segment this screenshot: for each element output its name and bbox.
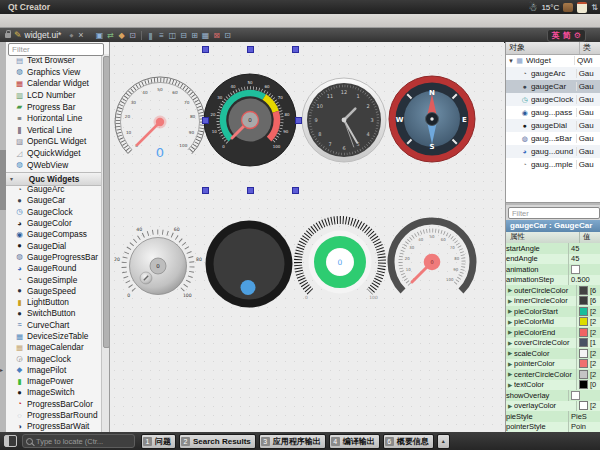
property-value-cell[interactable]: Poin <box>568 422 593 433</box>
sidebar-widget-item[interactable]: ◉ GaugeCompass <box>6 229 102 240</box>
property-value-cell[interactable]: 0.500 <box>568 275 593 286</box>
sidebar-widget-item[interactable]: ▦ Calendar Widget <box>6 78 102 90</box>
mode-strip-arrow-icon[interactable]: ▸ <box>0 366 3 373</box>
property-row[interactable]: ▶ startAngle 45 <box>506 243 600 254</box>
sidebar-widget-item[interactable]: ▦ ImageCalendar <box>6 342 102 353</box>
close-tab-icon[interactable]: × <box>78 30 83 40</box>
sidebar-widget-item[interactable]: ● SwitchButton <box>6 308 102 319</box>
output-pane-button[interactable]: 2 Search Results <box>179 434 256 449</box>
gauge-arc-widget[interactable]: 0102030405060708090100 0 <box>115 77 205 160</box>
inspector-row[interactable]: ▼ ◍ gaug...sBar Gau <box>506 132 600 145</box>
sidebar-widget-item[interactable]: ▰ Progress Bar <box>6 101 102 113</box>
property-row[interactable]: ▶ pointerColor [2 <box>506 359 600 370</box>
property-row[interactable]: ▶ outerCircleColor [6 <box>506 285 600 296</box>
sidebar-widget-item[interactable]: ● GaugeSpeed <box>6 285 102 296</box>
property-value-cell[interactable]: [2 <box>576 369 600 380</box>
selection-handle[interactable] <box>202 187 209 194</box>
gauge-progressbar-widget[interactable] <box>206 221 293 308</box>
property-row[interactable]: ▶ animationStep 0.500 <box>506 275 600 286</box>
property-value-cell[interactable]: [6 <box>576 296 600 307</box>
sidebar-widget-item[interactable]: ● GaugeDial <box>6 240 102 251</box>
sidebar-widget-item[interactable]: ▤ Text Browser <box>6 55 102 67</box>
sidebar-widget-item[interactable]: ||| Vertical Line <box>6 124 102 136</box>
sidebar-scrollbar-thumb[interactable] <box>103 56 110 348</box>
calendar-tray-icon[interactable] <box>577 2 587 13</box>
gauge-simple-widget[interactable]: 0102030405060708090100 0 <box>391 221 473 291</box>
sidebar-widget-item[interactable]: ● ImageSwitch <box>6 387 102 398</box>
property-row[interactable]: ▶ endAngle 45 <box>506 254 600 265</box>
sidebar-widget-item[interactable]: ▦ DeviceSizeTable <box>6 330 102 341</box>
selection-handle[interactable] <box>292 187 299 194</box>
property-row[interactable]: ▶ animation <box>506 264 600 275</box>
property-value-cell[interactable]: [2 <box>576 306 600 317</box>
inspector-row[interactable]: ▼ ● gaugeCar Gau <box>506 80 600 93</box>
sidebar-widget-item[interactable]: ≡ Horizontal Line <box>6 112 102 124</box>
property-row[interactable]: ▶ pieColorEnd [2 <box>506 327 600 338</box>
sidebar-widget-item[interactable]: ◕ GaugeRound <box>6 263 102 274</box>
edit-taborder-icon[interactable]: ⊡ <box>128 31 137 40</box>
property-row[interactable]: ▶ pointerStyle Poin <box>506 422 600 433</box>
property-value-cell[interactable]: [0 <box>576 380 600 391</box>
output-pane-toggle-button[interactable]: ▴ <box>437 434 450 449</box>
property-row[interactable]: ▶ textColor [0 <box>506 380 600 391</box>
sidebar-widget-item[interactable]: ◆ ImagePilot <box>6 364 102 375</box>
sidebar-widget-item[interactable]: ● GaugeCar <box>6 195 102 206</box>
object-column-header[interactable]: 对象 <box>506 42 580 54</box>
selection-handle[interactable] <box>247 187 254 194</box>
layout-vertical-icon[interactable]: ≡ <box>157 31 166 40</box>
property-checkbox[interactable] <box>571 265 580 274</box>
inspector-row[interactable]: ▼ ◕ gaug...ound Gau <box>506 145 600 158</box>
sidebar-widget-item[interactable]: ◷ GaugeClock <box>6 206 102 217</box>
widget-filter-input[interactable] <box>8 43 104 56</box>
property-row[interactable]: ▶ scaleColor [2 <box>506 348 600 359</box>
property-row[interactable]: ▶ centerCircleColor [2 <box>506 369 600 380</box>
property-row[interactable]: ▶ showOverlay <box>506 390 600 401</box>
sidebar-widget-item[interactable]: ◑ ProgressBarWait <box>6 421 102 432</box>
sidebar-widget-item[interactable]: ≈ CurveChart <box>6 319 102 330</box>
class-column-header[interactable]: 类 <box>580 42 591 54</box>
property-value-cell[interactable]: PieS <box>568 411 593 422</box>
break-layout-icon[interactable]: ⊠ <box>212 31 221 40</box>
output-pane-button[interactable]: 1 问题 <box>141 434 176 449</box>
sidebar-widget-item[interactable]: ◌ ProgressBarRound <box>6 409 102 420</box>
document-tab[interactable]: widget.ui* <box>25 30 62 40</box>
layout-horizontal-icon[interactable]: ||| <box>146 31 155 40</box>
property-value-cell[interactable]: [2 <box>576 317 600 328</box>
edit-buddies-icon[interactable]: ◆ <box>117 31 126 40</box>
edit-widgets-icon[interactable]: ▣ <box>95 31 104 40</box>
property-value-cell[interactable]: 45 <box>568 243 593 254</box>
property-row[interactable]: ▶ coverCircleColor [1 <box>506 338 600 349</box>
gauge-car-widget[interactable]: 0102030405060708090100 0 <box>204 74 296 166</box>
selection-handle[interactable] <box>295 117 302 124</box>
sidebar-widget-item[interactable]: ◔ GaugeArc <box>6 184 102 195</box>
gauge-round-widget[interactable]: 0 0 100 <box>298 220 382 300</box>
selection-handle[interactable] <box>202 46 209 53</box>
property-filter-input[interactable] <box>508 207 600 219</box>
selection-handle[interactable] <box>202 117 209 124</box>
expander-icon[interactable]: ▼ <box>508 58 515 64</box>
input-method-badge[interactable]: 英 简 ⚙ <box>547 29 586 42</box>
sidebar-scrollbar[interactable] <box>101 54 109 432</box>
sidebar-widget-item[interactable]: ◶ ImageClock <box>6 353 102 364</box>
selection-handle[interactable] <box>247 46 254 53</box>
property-row[interactable]: ▶ pieColorStart [2 <box>506 306 600 317</box>
adjust-size-icon[interactable]: ⊡ <box>223 31 232 40</box>
sidebar-widget-item[interactable]: ◕ GaugeColor <box>6 217 102 228</box>
gauge-dial-widget[interactable]: 020406080100 0 <box>114 227 202 298</box>
inspector-row[interactable]: ▼ ◔ gaugeArc Gau <box>506 67 600 80</box>
sidebar-widget-item[interactable]: ◔ GaugeSimple <box>6 274 102 285</box>
sidebar-widget-item[interactable]: ▥ LCD Number <box>6 89 102 101</box>
selection-handle[interactable] <box>292 46 299 53</box>
property-value-cell[interactable] <box>568 264 593 275</box>
inspector-row[interactable]: ▼ ◔ gaug...mple Gau <box>506 158 600 171</box>
property-value-cell[interactable]: [2 <box>576 327 600 338</box>
sidebar-widget-item[interactable]: ◿ QQuickWidget <box>6 147 102 159</box>
inspector-row[interactable]: ▼ ● gaugeDial Gau <box>506 119 600 132</box>
property-column-header[interactable]: 属性 <box>506 232 580 243</box>
property-value-cell[interactable] <box>568 390 593 401</box>
gauge-clock-widget[interactable]: 123456789101112 <box>302 78 386 162</box>
property-value-cell[interactable]: [6 <box>576 285 600 296</box>
sidebar-widget-item[interactable]: ◍ QWebView <box>6 159 102 171</box>
toggle-sidebar-icon[interactable] <box>4 435 17 447</box>
output-pane-button[interactable]: 6 概要信息 <box>383 434 434 449</box>
